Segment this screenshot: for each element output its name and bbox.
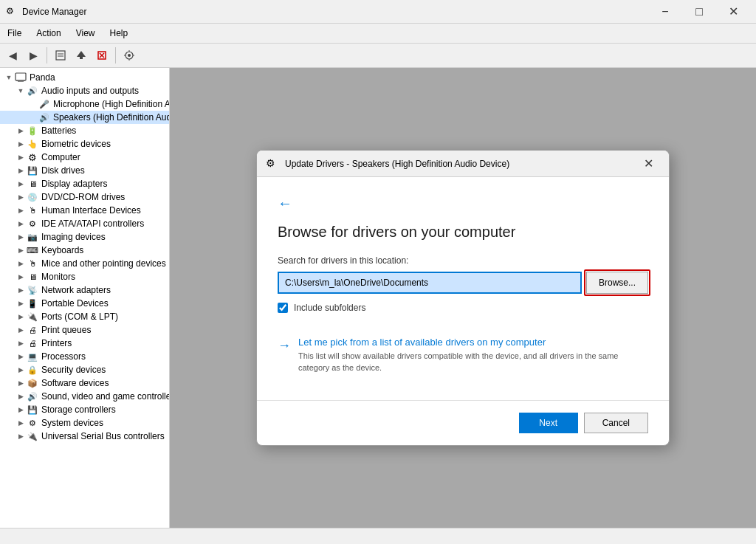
tree-item-display[interactable]: ▶ Display adapters bbox=[0, 177, 169, 190]
dialog-footer: Next Cancel bbox=[257, 400, 669, 445]
update-drivers-dialog: ⚙ Update Drivers - Speakers (High Defini… bbox=[256, 150, 670, 446]
tree-item-computer[interactable]: ▶ Computer bbox=[0, 151, 169, 164]
right-panel: ⚙ Update Drivers - Speakers (High Defini… bbox=[170, 68, 756, 528]
hid-icon bbox=[27, 204, 38, 216]
speaker-icon bbox=[38, 111, 50, 123]
disk-icon bbox=[27, 165, 38, 176]
tree-hid-label: Human Interface Devices bbox=[41, 205, 141, 216]
update-driver-button[interactable] bbox=[72, 46, 91, 65]
tree-item-security[interactable]: ▶ Security devices bbox=[0, 363, 169, 376]
uninstall-icon bbox=[96, 49, 108, 61]
network-icon bbox=[27, 284, 38, 296]
tree-item-monitors[interactable]: ▶ Monitors bbox=[0, 270, 169, 283]
tree-mic-label: Microphone (High Definition Audio Device… bbox=[53, 99, 170, 109]
printers-icon bbox=[27, 337, 38, 349]
tree-usb-label: Universal Serial Bus controllers bbox=[41, 431, 165, 441]
scan-hardware-button[interactable] bbox=[120, 46, 139, 65]
window-title: Device Manager bbox=[22, 7, 648, 17]
tree-speakers-label: Speakers (High Definition Audio Device) bbox=[53, 112, 170, 123]
include-subfolders-checkbox[interactable] bbox=[278, 303, 288, 313]
tree-item-root[interactable]: ▼ Panda bbox=[0, 71, 169, 84]
computer-item-icon bbox=[27, 151, 38, 163]
cancel-button[interactable]: Cancel bbox=[584, 413, 648, 433]
menu-view[interactable]: View bbox=[69, 25, 103, 41]
back-button[interactable]: ◀ bbox=[3, 46, 22, 65]
portable-icon bbox=[27, 297, 38, 309]
window-icon: ⚙ bbox=[6, 6, 18, 18]
device-tree[interactable]: ▼ Panda ▼ Audio inputs and outputs Micro… bbox=[0, 68, 170, 528]
pick-arrow-icon: → bbox=[278, 338, 291, 354]
pick-from-list-link[interactable]: Let me pick from a list of available dri… bbox=[298, 337, 546, 348]
tree-item-network[interactable]: ▶ Network adapters bbox=[0, 283, 169, 297]
close-button[interactable]: ✕ bbox=[716, 0, 750, 24]
tree-system-label: System devices bbox=[41, 418, 103, 428]
menu-help[interactable]: Help bbox=[103, 25, 136, 41]
tree-printers-label: Printers bbox=[41, 338, 72, 348]
tree-item-batteries[interactable]: ▶ Batteries bbox=[0, 124, 169, 137]
tree-imaging-label: Imaging devices bbox=[41, 232, 106, 242]
audio-icon bbox=[27, 85, 38, 97]
svg-rect-0 bbox=[56, 51, 65, 60]
tree-item-mice[interactable]: ▶ Mice and other pointing devices bbox=[0, 257, 169, 270]
tree-item-microphone[interactable]: Microphone (High Definition Audio Device… bbox=[0, 97, 169, 111]
svg-marker-3 bbox=[77, 51, 86, 57]
battery-icon bbox=[27, 125, 38, 137]
tree-item-keyboards[interactable]: ▶ Keyboards bbox=[0, 244, 169, 257]
security-icon bbox=[27, 364, 38, 376]
tree-item-audio[interactable]: ▼ Audio inputs and outputs bbox=[0, 84, 169, 97]
tree-item-imaging[interactable]: ▶ Imaging devices bbox=[0, 230, 169, 244]
next-button[interactable]: Next bbox=[519, 413, 578, 433]
minimize-button[interactable]: − bbox=[648, 0, 682, 24]
tree-item-software[interactable]: ▶ Software devices bbox=[0, 376, 169, 390]
tree-item-ports[interactable]: ▶ Ports (COM & LPT) bbox=[0, 310, 169, 323]
tree-processors-label: Processors bbox=[41, 351, 86, 362]
path-input[interactable] bbox=[278, 272, 582, 294]
tree-item-print-queues[interactable]: ▶ Print queues bbox=[0, 323, 169, 337]
dialog-content: ← Browse for drivers on your computer Se… bbox=[257, 177, 669, 400]
tree-item-hid[interactable]: ▶ Human Interface Devices bbox=[0, 204, 169, 217]
tree-item-usb[interactable]: ▶ Universal Serial Bus controllers bbox=[0, 430, 169, 443]
tree-item-ide[interactable]: ▶ IDE ATA/ATAPI controllers bbox=[0, 217, 169, 230]
tree-item-biometric[interactable]: ▶ Biometric devices bbox=[0, 137, 169, 151]
uninstall-device-button[interactable] bbox=[92, 46, 111, 65]
forward-button[interactable]: ▶ bbox=[24, 46, 43, 65]
pick-from-list-row: → Let me pick from a list of available d… bbox=[278, 337, 648, 373]
tree-security-label: Security devices bbox=[41, 365, 106, 375]
tree-item-dvd[interactable]: ▶ DVD/CD-ROM drives bbox=[0, 190, 169, 204]
dialog-back-button[interactable]: ← bbox=[278, 195, 648, 212]
browse-button[interactable]: Browse... bbox=[586, 272, 648, 294]
path-row: Browse... bbox=[278, 272, 648, 294]
imaging-icon bbox=[27, 231, 38, 243]
tree-monitors-label: Monitors bbox=[41, 272, 75, 282]
dvd-icon bbox=[27, 191, 38, 203]
maximize-button[interactable]: □ bbox=[682, 0, 716, 24]
include-subfolders-label[interactable]: Include subfolders bbox=[294, 303, 365, 313]
properties-button[interactable] bbox=[51, 46, 70, 65]
audio-expand-icon: ▼ bbox=[15, 87, 27, 94]
menu-action[interactable]: Action bbox=[29, 25, 68, 41]
browse-btn-wrapper: Browse... bbox=[586, 272, 648, 294]
tree-item-sound[interactable]: ▶ Sound, video and game controllers bbox=[0, 390, 169, 403]
tree-item-processors[interactable]: ▶ Processors bbox=[0, 350, 169, 363]
tree-root-label: Panda bbox=[30, 72, 55, 83]
print-queues-icon bbox=[27, 324, 38, 336]
expand-icon: ▼ bbox=[3, 74, 15, 81]
menu-file[interactable]: File bbox=[0, 25, 29, 41]
dialog-heading: Browse for drivers on your computer bbox=[278, 224, 648, 241]
software-icon bbox=[27, 377, 38, 389]
tree-portable-label: Portable Devices bbox=[41, 298, 109, 309]
tree-item-printers[interactable]: ▶ Printers bbox=[0, 337, 169, 350]
status-bar bbox=[0, 528, 756, 544]
tree-item-disk[interactable]: ▶ Disk drives bbox=[0, 164, 169, 177]
tree-item-system[interactable]: ▶ System devices bbox=[0, 416, 169, 430]
tree-software-label: Software devices bbox=[41, 378, 109, 388]
back-arrow-icon: ← bbox=[278, 195, 292, 212]
modal-overlay: ⚙ Update Drivers - Speakers (High Defini… bbox=[170, 68, 756, 528]
system-icon bbox=[27, 417, 38, 429]
tree-network-label: Network adapters bbox=[41, 285, 111, 295]
tree-item-portable[interactable]: ▶ Portable Devices bbox=[0, 297, 169, 310]
tree-item-storage[interactable]: ▶ Storage controllers bbox=[0, 403, 169, 416]
usb-icon bbox=[27, 430, 38, 442]
tree-item-speakers[interactable]: Speakers (High Definition Audio Device) bbox=[0, 111, 169, 124]
dialog-close-button[interactable]: ✕ bbox=[636, 152, 660, 176]
